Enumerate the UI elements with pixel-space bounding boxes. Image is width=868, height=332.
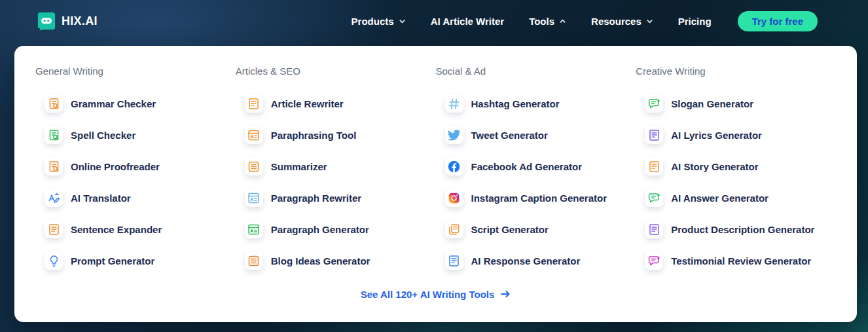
menu-item-facebook-ad-generator[interactable]: Facebook Ad Generator (436, 151, 636, 182)
main-nav: Products AI Article Writer Tools Resourc… (352, 16, 712, 27)
menu-item-label: Instagram Caption Generator (471, 193, 607, 204)
menu-item-label: Hashtag Generator (471, 98, 560, 109)
menu-item-label: AI Translator (71, 193, 131, 204)
menu-item-label: Script Generator (471, 224, 549, 235)
chevron-up-icon (559, 18, 566, 25)
menu-item-label: Blog Ideas Generator (271, 255, 371, 267)
nav-resources-label: Resources (591, 16, 642, 27)
top-navigation-bar: HIX.AI Products AI Article Writer Tools … (0, 0, 868, 42)
menu-item-label: Online Proofreader (71, 161, 160, 172)
menu-item-label: AI Lyrics Generator (671, 130, 762, 141)
nav-pricing[interactable]: Pricing (678, 16, 712, 27)
article-rewriter-icon (245, 94, 263, 113)
product-description-generator-icon (645, 220, 663, 238)
brand-logo-link[interactable]: HIX.AI (37, 11, 98, 31)
menu-item-label: Facebook Ad Generator (471, 161, 582, 172)
nav-tools[interactable]: Tools (529, 16, 566, 27)
twitter-icon (445, 126, 463, 144)
nav-resources[interactable]: Resources (591, 16, 653, 27)
menu-item-ai-translator[interactable]: AI Translator (35, 182, 236, 213)
menu-item-label: AI Response Generator (471, 255, 581, 267)
script-generator-icon (445, 220, 463, 238)
nav-ai-article-writer[interactable]: AI Article Writer (431, 16, 505, 27)
menu-item-paraphrasing-tool[interactable]: Paraphrasing Tool (236, 119, 436, 151)
nav-products[interactable]: Products (352, 16, 406, 27)
menu-item-label: Paragraph Generator (271, 224, 369, 235)
menu-item-spell-checker[interactable]: Spell Checker (35, 119, 236, 151)
menu-item-label: AI Story Generator (671, 161, 758, 172)
ai-lyrics-generator-icon (645, 126, 663, 144)
paraphrasing-tool-icon (245, 126, 263, 144)
ai-answer-generator-icon (645, 189, 663, 207)
menu-item-blog-ideas-generator[interactable]: Blog Ideas Generator (236, 245, 436, 276)
see-all-tools-link[interactable]: See All 120+ AI Writing Tools (35, 286, 836, 303)
menu-item-paragraph-generator[interactable]: Paragraph Generator (236, 213, 436, 245)
menu-item-label: Product Description Generator (671, 224, 814, 235)
column-articles-seo: Articles & SEO Article Rewriter Paraphra… (236, 65, 436, 276)
menu-item-label: Prompt Generator (71, 255, 154, 267)
arrow-right-icon (500, 289, 511, 299)
sentence-expander-icon (45, 220, 63, 238)
menu-item-label: Tweet Generator (471, 130, 548, 141)
column-title: Articles & SEO (236, 65, 436, 77)
paragraph-rewriter-icon (245, 189, 263, 207)
menu-item-ai-response-generator[interactable]: AI Response Generator (436, 245, 636, 276)
menu-item-label: Sentence Expander (71, 224, 162, 235)
menu-item-prompt-generator[interactable]: Prompt Generator (35, 245, 236, 276)
menu-item-ai-lyrics-generator[interactable]: AI Lyrics Generator (636, 119, 836, 151)
menu-item-summarizer[interactable]: Summarizer (236, 151, 436, 182)
nav-products-label: Products (352, 16, 394, 27)
menu-item-label: Paragraph Rewriter (271, 193, 361, 204)
tools-mega-menu: General Writing Grammar Checker Spell Ch… (14, 46, 857, 322)
chevron-down-icon (399, 18, 406, 25)
column-title: General Writing (35, 65, 236, 77)
slogan-generator-icon (645, 94, 663, 113)
blog-ideas-generator-icon (245, 251, 263, 270)
menu-item-slogan-generator[interactable]: Slogan Generator (636, 88, 836, 119)
menu-item-product-description-generator[interactable]: Product Description Generator (636, 213, 836, 245)
spell-checker-icon (45, 126, 63, 144)
hashtag-generator-icon (445, 94, 463, 113)
menu-item-ai-story-generator[interactable]: AI Story Generator (636, 151, 836, 182)
menu-item-script-generator[interactable]: Script Generator (436, 213, 636, 245)
menu-item-label: Paraphrasing Tool (271, 130, 357, 141)
menu-item-tweet-generator[interactable]: Tweet Generator (436, 119, 636, 151)
grammar-checker-icon (45, 94, 63, 113)
menu-item-hashtag-generator[interactable]: Hashtag Generator (436, 88, 636, 119)
menu-item-ai-answer-generator[interactable]: AI Answer Generator (636, 182, 836, 213)
chevron-down-icon (646, 18, 653, 25)
try-for-free-button[interactable]: Try for free (738, 11, 818, 31)
nav-tools-label: Tools (529, 16, 554, 27)
menu-item-article-rewriter[interactable]: Article Rewriter (236, 88, 436, 119)
column-social-ad: Social & Ad Hashtag Generator Tweet Gene… (436, 65, 636, 276)
menu-item-testimonial-review-generator[interactable]: Testimonial Review Generator (636, 245, 836, 276)
ai-translator-icon (45, 189, 63, 207)
summarizer-icon (245, 157, 263, 175)
nav-ai-article-writer-label: AI Article Writer (431, 16, 505, 27)
menu-item-online-proofreader[interactable]: Online Proofreader (35, 151, 236, 182)
brand-name: HIX.AI (62, 14, 98, 28)
menu-item-label: AI Answer Generator (671, 193, 769, 204)
testimonial-review-generator-icon (645, 251, 663, 270)
menu-item-grammar-checker[interactable]: Grammar Checker (35, 88, 236, 119)
column-title: Creative Writing (636, 65, 836, 77)
menu-item-sentence-expander[interactable]: Sentence Expander (35, 213, 236, 245)
paragraph-generator-icon (245, 220, 263, 238)
menu-columns: General Writing Grammar Checker Spell Ch… (35, 65, 836, 276)
menu-item-label: Article Rewriter (271, 98, 344, 109)
menu-item-label: Summarizer (271, 161, 327, 172)
column-creative-writing: Creative Writing Slogan Generator AI Lyr… (636, 65, 836, 276)
ai-response-generator-icon (445, 251, 463, 270)
column-general-writing: General Writing Grammar Checker Spell Ch… (35, 65, 236, 276)
facebook-icon (445, 157, 463, 175)
instagram-icon (445, 189, 463, 207)
hix-logo-icon (37, 11, 56, 31)
online-proofreader-icon (45, 157, 63, 175)
menu-item-label: Testimonial Review Generator (671, 255, 811, 267)
menu-item-instagram-caption-generator[interactable]: Instagram Caption Generator (436, 182, 636, 213)
menu-item-paragraph-rewriter[interactable]: Paragraph Rewriter (236, 182, 436, 213)
column-title: Social & Ad (436, 65, 636, 77)
prompt-generator-icon (45, 251, 63, 270)
menu-item-label: Slogan Generator (671, 98, 753, 109)
nav-pricing-label: Pricing (678, 16, 712, 27)
